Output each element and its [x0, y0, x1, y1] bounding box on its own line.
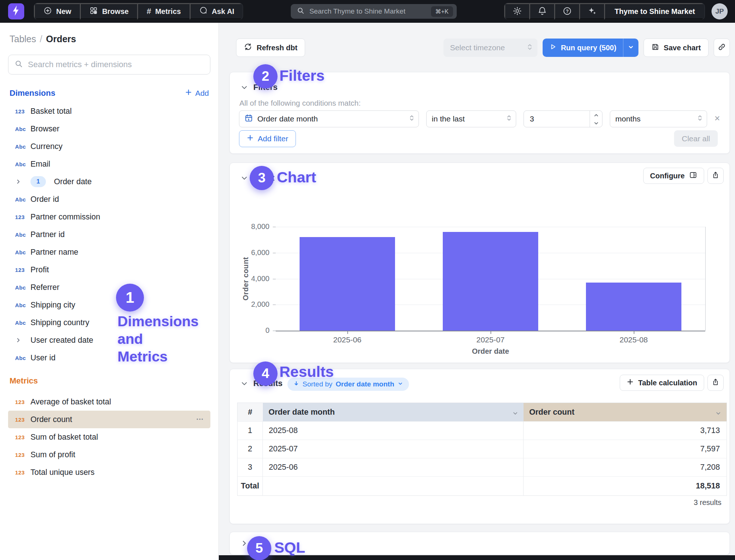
bar-2025-06[interactable]: [300, 237, 395, 331]
dimension-label: Shipping country: [30, 318, 89, 327]
dimension-label: Partner commission: [30, 212, 100, 222]
table-row[interactable]: 22025-077,597: [238, 440, 727, 458]
dimension-item[interactable]: AbcPartner id: [8, 226, 210, 243]
dimension-item[interactable]: AbcBrowser: [8, 120, 210, 138]
save-chart-button[interactable]: Save chart: [644, 39, 709, 57]
select-updown-icon: [527, 43, 532, 53]
filter-unit-select[interactable]: months: [610, 110, 707, 127]
project-switcher[interactable]: Thyme to Shine Market: [604, 3, 705, 19]
dimension-label: Shipping city: [30, 301, 75, 310]
metric-item[interactable]: 123Average of basket total: [8, 393, 210, 411]
more-options-icon[interactable]: •••: [196, 418, 204, 421]
sql-collapse-chevron[interactable]: [240, 539, 249, 549]
dimension-label: Basket total: [30, 107, 72, 116]
filters-collapse-chevron[interactable]: [240, 83, 249, 93]
search-icon: [14, 59, 23, 70]
dimension-item[interactable]: AbcPartner name: [8, 243, 210, 261]
dimension-item[interactable]: AbcUser id: [8, 349, 210, 367]
bar-2025-07[interactable]: [443, 232, 538, 331]
chart-plot-right-border: [705, 227, 706, 331]
filter-value-input[interactable]: 3: [524, 110, 602, 127]
plus-icon: [627, 378, 634, 387]
remove-filter-button[interactable]: ×: [714, 113, 720, 124]
add-dimension-button[interactable]: Add: [185, 89, 209, 98]
user-avatar[interactable]: JP: [712, 3, 728, 19]
export-results-button[interactable]: [707, 375, 724, 391]
chart-plot[interactable]: Order count Order date 8,0006,0004,0002,…: [230, 163, 729, 363]
global-search-input[interactable]: Search Thyme to Shine Market ⌘+K: [291, 4, 457, 19]
dimension-label: User created date: [30, 336, 93, 345]
share-link-button[interactable]: [714, 39, 730, 57]
run-query-button[interactable]: Run query (500): [543, 39, 623, 57]
x-tick-label: 2025-06: [300, 335, 395, 344]
fields-search-input[interactable]: Search metrics + dimensions: [8, 55, 210, 74]
nav-ask-ai-button[interactable]: Ask AI: [190, 3, 243, 19]
column-header-order-date-month[interactable]: Order date month: [263, 403, 524, 422]
refresh-dbt-button[interactable]: Refresh dbt: [236, 39, 305, 57]
dimension-item[interactable]: AbcShipping city: [8, 296, 210, 314]
help-button[interactable]: ?: [554, 3, 579, 19]
dimension-item[interactable]: 123Partner commission: [8, 208, 210, 226]
timezone-select[interactable]: Select timezone: [443, 39, 537, 57]
dimension-item[interactable]: 123Profit: [8, 261, 210, 279]
metric-item[interactable]: 123Sum of profit: [8, 446, 210, 463]
order-count-cell: 7,208: [524, 458, 727, 477]
nav-browse-button[interactable]: Browse: [80, 3, 137, 19]
dimension-item[interactable]: AbcOrder id: [8, 190, 210, 208]
dimension-item[interactable]: User created date: [8, 331, 210, 349]
nav-new-button[interactable]: New: [34, 3, 80, 19]
table-row[interactable]: 32025-067,208: [238, 458, 727, 477]
plus-icon: [185, 89, 192, 98]
spinner-down-button[interactable]: [590, 119, 602, 127]
bar-2025-08[interactable]: [586, 283, 681, 331]
sorted-by-pill[interactable]: Sorted by Order date month: [287, 378, 409, 391]
table-row[interactable]: 12025-083,713: [238, 422, 727, 440]
metric-item[interactable]: 123Sum of basket total: [8, 428, 210, 446]
metric-item[interactable]: 123Total unique users: [8, 463, 210, 481]
nav-browse-label: Browse: [102, 7, 128, 16]
number-field-icon: 123: [15, 267, 30, 273]
breadcrumb-tables-link[interactable]: Tables: [10, 34, 36, 44]
settings-button[interactable]: [504, 3, 529, 19]
text-field-icon: Abc: [15, 126, 30, 132]
dimension-label: Partner name: [30, 248, 78, 257]
run-query-options-button[interactable]: [623, 39, 638, 57]
breadcrumb-separator: /: [40, 34, 42, 44]
metric-item[interactable]: 123Order count•••: [8, 411, 210, 428]
app-logo[interactable]: [8, 3, 24, 19]
explore-toolbar: Refresh dbt Select timezone Run query (5…: [229, 39, 730, 57]
column-header-order-count[interactable]: Order count: [524, 403, 727, 422]
text-field-icon: Abc: [15, 302, 30, 308]
results-collapse-chevron[interactable]: [240, 379, 249, 389]
table-calculation-button[interactable]: Table calculation: [620, 375, 704, 391]
chevron-down-icon[interactable]: [512, 410, 518, 419]
x-tick-label: 2025-08: [586, 335, 681, 344]
dimension-item[interactable]: AbcEmail: [8, 155, 210, 173]
clear-all-filters-button[interactable]: Clear all: [674, 130, 718, 147]
ai-assistant-button[interactable]: [579, 3, 604, 19]
notifications-button[interactable]: [529, 3, 554, 19]
row-number-cell: 2: [238, 440, 263, 458]
chart-card: Chart Configure Order count Order date 8…: [229, 163, 730, 363]
dimension-item[interactable]: AbcReferrer: [8, 279, 210, 296]
nav-metrics-button[interactable]: # Metrics: [137, 3, 189, 19]
chevron-right-icon[interactable]: [15, 178, 30, 185]
dimension-item[interactable]: AbcShipping country: [8, 314, 210, 331]
sql-card: SQL: [229, 532, 730, 555]
bottom-dark-strip: [219, 555, 735, 560]
filter-operator-select[interactable]: in the last: [426, 110, 516, 127]
dimension-item[interactable]: 123Basket total: [8, 102, 210, 120]
chevron-down-icon[interactable]: [715, 410, 721, 419]
spinner-up-button[interactable]: [590, 111, 602, 119]
explore-sidebar: Tables/Orders Search metrics + dimension…: [0, 23, 219, 560]
main-nav: New Browse # Metrics Ask AI: [34, 3, 243, 20]
add-filter-button[interactable]: Add filter: [239, 130, 296, 147]
refresh-icon: [244, 43, 252, 53]
filter-field-select[interactable]: Order date month: [239, 110, 419, 127]
dimension-item[interactable]: 1Order date: [8, 173, 210, 190]
bell-icon: [537, 6, 547, 17]
chevron-right-icon[interactable]: [15, 337, 30, 343]
save-chart-label: Save chart: [664, 44, 701, 52]
filter-field-value: Order date month: [257, 114, 318, 123]
dimension-item[interactable]: AbcCurrency: [8, 138, 210, 155]
